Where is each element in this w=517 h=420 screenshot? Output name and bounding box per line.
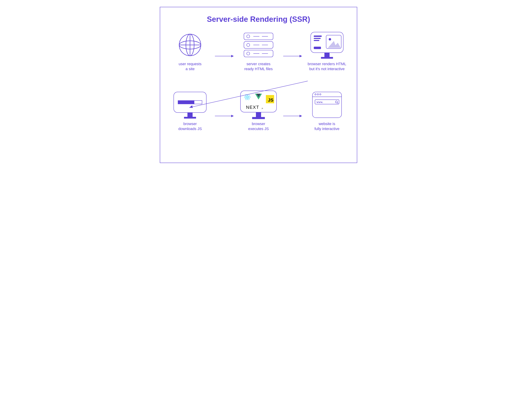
- caption-fully-interactive: website is fully interactive: [314, 121, 340, 131]
- svg-text:.js: .js: [261, 107, 263, 109]
- monitor-page-icon: [309, 30, 345, 60]
- svg-rect-34: [184, 117, 196, 119]
- svg-point-12: [247, 52, 250, 55]
- svg-rect-33: [187, 112, 193, 117]
- svg-marker-53: [299, 115, 302, 117]
- svg-rect-27: [314, 47, 321, 49]
- arrow-right-icon: [283, 113, 302, 119]
- step-fully-interactive: www. website is fully interactive: [304, 90, 350, 131]
- svg-rect-25: [314, 38, 321, 39]
- svg-rect-41: [252, 117, 265, 119]
- step-browser-downloads: browser downloads JS: [167, 90, 213, 131]
- svg-marker-6: [231, 55, 234, 57]
- browser-window-icon: www.: [311, 90, 343, 120]
- row-2: browser downloads JS: [167, 90, 350, 131]
- svg-rect-23: [321, 57, 333, 59]
- caption-browser-executes: browser executes JS: [248, 121, 269, 131]
- globe-icon: [177, 30, 203, 60]
- vue-logo-icon: [255, 94, 262, 99]
- svg-point-10: [247, 35, 250, 38]
- caption-browser-renders: browser renders HTML but it's not intera…: [308, 62, 346, 71]
- svg-point-29: [329, 38, 331, 40]
- svg-rect-40: [256, 112, 261, 117]
- svg-rect-26: [314, 40, 319, 41]
- js-logo-icon: JS: [266, 95, 274, 103]
- diagram-title: Server-side Rendering (SSR): [167, 15, 350, 23]
- arrow-right-icon: [215, 113, 234, 119]
- svg-rect-54: [312, 92, 342, 118]
- svg-text:www.: www.: [317, 101, 323, 104]
- svg-marker-20: [299, 55, 302, 57]
- caption-server-creates: server creates ready HTML files: [244, 62, 273, 71]
- svg-point-42: [247, 97, 248, 98]
- svg-point-58: [319, 94, 321, 95]
- arrow-right-icon: [283, 53, 302, 59]
- svg-text:JS: JS: [268, 98, 274, 103]
- monitor-progress-icon: [172, 90, 208, 120]
- step-server-creates: server creates ready HTML files: [236, 30, 282, 71]
- svg-rect-36: [178, 101, 194, 104]
- svg-rect-22: [324, 53, 330, 57]
- svg-point-11: [247, 43, 250, 46]
- row-1: user requests a site: [167, 30, 350, 71]
- next-logo-icon: NEXT .js: [246, 105, 263, 110]
- step-user-request: user requests a site: [167, 30, 213, 71]
- svg-rect-24: [314, 36, 322, 37]
- svg-point-56: [315, 94, 316, 95]
- react-logo-icon: [244, 94, 251, 100]
- caption-user-request: user requests a site: [179, 62, 202, 71]
- diagram-frame: Server-side Rendering (SSR) user request…: [160, 7, 357, 163]
- monitor-frameworks-icon: JS NEXT .js: [239, 90, 278, 120]
- server-icon: [242, 30, 275, 60]
- diagram-rows: user requests a site: [167, 30, 350, 131]
- caption-browser-downloads: browser downloads JS: [178, 121, 202, 131]
- svg-text:NEXT: NEXT: [246, 105, 259, 110]
- step-browser-executes: JS NEXT .js browser executes JS: [236, 90, 282, 131]
- step-browser-renders: browser renders HTML but it's not intera…: [304, 30, 350, 71]
- svg-line-62: [337, 103, 338, 104]
- arrow-right-icon: [215, 53, 234, 59]
- svg-point-57: [317, 94, 319, 95]
- svg-marker-38: [231, 115, 234, 117]
